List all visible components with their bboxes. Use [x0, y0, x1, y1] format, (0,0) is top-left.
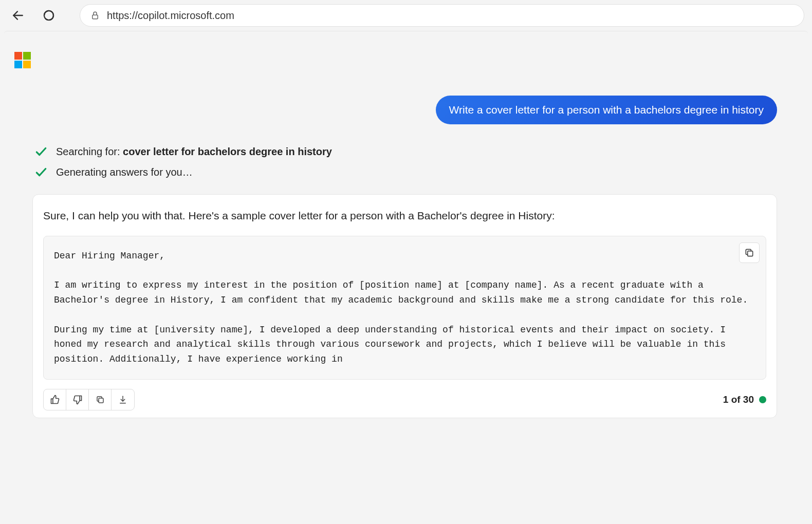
- thumbs-down-button[interactable]: [66, 389, 89, 410]
- download-icon: [118, 395, 127, 404]
- response-pagination: 1 of 30: [723, 394, 766, 405]
- url-text: https://copilot.microsoft.com: [107, 10, 234, 22]
- arrow-left-icon: [11, 9, 25, 22]
- thumbs-up-icon: [50, 395, 60, 405]
- refresh-icon: [43, 9, 55, 22]
- page-content: Write a cover letter for a person with a…: [4, 31, 808, 418]
- status-searching-text: Searching for: cover letter for bachelor…: [56, 146, 332, 158]
- check-icon: [34, 145, 48, 158]
- thumbs-up-button[interactable]: [44, 389, 66, 410]
- assistant-response-card: Sure, I can help you with that. Here's a…: [32, 194, 777, 418]
- svg-rect-1: [93, 15, 98, 19]
- microsoft-logo[interactable]: [14, 52, 31, 68]
- copy-response-button[interactable]: [89, 389, 112, 410]
- url-bar[interactable]: https://copilot.microsoft.com: [80, 4, 804, 27]
- copy-icon: [96, 395, 105, 404]
- response-footer: 1 of 30: [43, 389, 766, 410]
- response-actions: [43, 389, 135, 410]
- export-button[interactable]: [112, 389, 134, 410]
- back-button[interactable]: [8, 5, 28, 26]
- status-dot-icon: [759, 396, 766, 403]
- lock-icon: [90, 11, 100, 20]
- copy-icon: [744, 248, 754, 258]
- status-generating: Generating answers for you…: [32, 165, 777, 179]
- svg-rect-3: [99, 398, 103, 403]
- svg-rect-2: [748, 251, 753, 256]
- check-icon: [34, 165, 48, 179]
- code-block: Dear Hiring Manager, I am writing to exp…: [43, 236, 766, 380]
- pagination-text: 1 of 30: [723, 394, 754, 405]
- browser-toolbar: https://copilot.microsoft.com: [0, 0, 812, 31]
- status-generating-text: Generating answers for you…: [56, 166, 193, 178]
- chat-container: Write a cover letter for a person with a…: [4, 31, 808, 418]
- response-intro: Sure, I can help you with that. Here's a…: [43, 207, 766, 224]
- searching-query: cover letter for bachelors degree in his…: [123, 146, 332, 157]
- thumbs-down-icon: [72, 395, 83, 405]
- user-message-row: Write a cover letter for a person with a…: [32, 96, 777, 124]
- code-content: Dear Hiring Manager, I am writing to exp…: [54, 251, 748, 365]
- user-message-bubble: Write a cover letter for a person with a…: [436, 96, 777, 124]
- searching-prefix: Searching for:: [56, 146, 123, 157]
- copy-code-button[interactable]: [739, 242, 760, 263]
- refresh-button[interactable]: [39, 5, 59, 26]
- status-searching: Searching for: cover letter for bachelor…: [32, 145, 777, 158]
